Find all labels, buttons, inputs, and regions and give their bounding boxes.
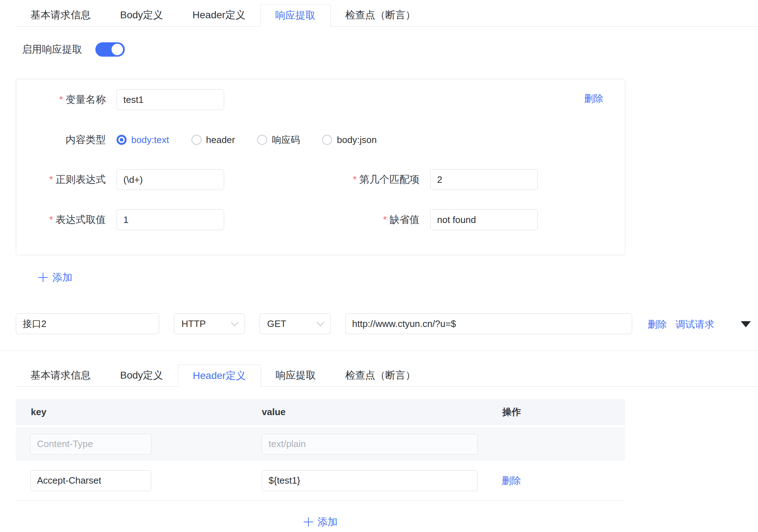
- extract-rule-card: 删除 变量名称 内容类型 body:text header 响应码: [16, 79, 625, 255]
- tab-checkpoint-assert[interactable]: 检查点（断言）: [331, 4, 430, 26]
- radio-unselected-icon: [191, 135, 202, 145]
- api-name-input[interactable]: [16, 313, 159, 334]
- plus-icon: [38, 273, 48, 282]
- radio-header[interactable]: header: [191, 134, 235, 146]
- column-value: value: [255, 407, 494, 418]
- plus-icon: [304, 517, 313, 527]
- tab-basic-info[interactable]: 基本请求信息: [16, 365, 105, 386]
- header-value-input[interactable]: [262, 470, 478, 491]
- tab-body-definition[interactable]: Body定义: [105, 365, 178, 386]
- header-table: key value 操作 删除: [16, 399, 625, 501]
- header-key-input-disabled: [30, 434, 151, 455]
- expression-value-label: 表达式取值: [16, 213, 106, 227]
- content-type-label: 内容类型: [16, 133, 106, 147]
- tab-body-definition[interactable]: Body定义: [105, 4, 178, 26]
- radio-body-json[interactable]: body:json: [322, 134, 376, 146]
- radio-unselected-icon: [322, 135, 332, 145]
- tab-basic-info[interactable]: 基本请求信息: [16, 4, 105, 26]
- tab-checkpoint-assert[interactable]: 检查点（断言）: [331, 365, 430, 386]
- collapse-arrow-icon[interactable]: [741, 321, 751, 327]
- variable-name-row: 变量名称: [16, 89, 224, 110]
- expression-value-input[interactable]: [117, 209, 224, 230]
- header-value-input-disabled: [262, 434, 478, 455]
- toggle-knob-icon: [112, 44, 123, 55]
- api-url-input[interactable]: [345, 313, 632, 334]
- header-table-head: key value 操作: [16, 399, 625, 425]
- protocol-select[interactable]: HTTP: [174, 313, 245, 334]
- header-key-input[interactable]: [30, 470, 151, 491]
- radio-unselected-icon: [257, 135, 267, 145]
- radio-response-code[interactable]: 响应码: [257, 134, 300, 146]
- radio-body-text[interactable]: body:text: [117, 134, 169, 146]
- add-extract-rule-button[interactable]: 添加: [38, 271, 72, 284]
- tab-response-extract[interactable]: 响应提取: [260, 4, 331, 26]
- api-delete-link[interactable]: 删除: [648, 318, 667, 331]
- default-value-label: 缺省值: [224, 213, 420, 227]
- chevron-down-icon: [231, 318, 238, 326]
- regex-input[interactable]: [117, 169, 224, 190]
- extract-rule-delete-link[interactable]: 删除: [584, 92, 603, 105]
- match-index-input[interactable]: [430, 169, 538, 190]
- regex-label: 正则表达式: [16, 173, 106, 186]
- api-debug-link[interactable]: 调试请求: [676, 318, 714, 331]
- content-type-row: 内容类型 body:text header 响应码 body:json: [16, 129, 399, 151]
- request-tabs-bottom: 基本请求信息 Body定义 Header定义 响应提取 检查点（断言）: [16, 365, 758, 387]
- table-row: 删除: [16, 461, 625, 501]
- api-request-row: HTTP GET 删除 调试请求: [0, 313, 758, 335]
- request-tabs-top: 基本请求信息 Body定义 Header定义 响应提取 检查点（断言）: [16, 4, 758, 27]
- variable-name-label: 变量名称: [16, 93, 106, 106]
- enable-extract-label: 启用响应提取: [22, 43, 82, 56]
- chevron-down-icon: [317, 318, 324, 326]
- add-header-row-button[interactable]: 添加: [304, 515, 338, 529]
- content-type-radio-group: body:text header 响应码 body:json: [117, 134, 399, 146]
- tab-header-definition[interactable]: Header定义: [178, 365, 261, 386]
- table-row: [16, 425, 625, 461]
- tab-response-extract[interactable]: 响应提取: [261, 365, 331, 386]
- api-test-config-page: 基本请求信息 Body定义 Header定义 响应提取 检查点（断言） 启用响应…: [0, 0, 758, 532]
- column-key: key: [16, 407, 255, 418]
- radio-selected-icon: [117, 135, 127, 145]
- regex-row: 正则表达式 第几个匹配项: [16, 169, 538, 190]
- variable-name-input[interactable]: [117, 89, 224, 110]
- method-select[interactable]: GET: [260, 313, 331, 334]
- column-action: 操作: [494, 406, 625, 418]
- match-index-label: 第几个匹配项: [224, 173, 420, 186]
- tab-header-definition[interactable]: Header定义: [178, 4, 260, 26]
- enable-extract-toggle[interactable]: [95, 42, 125, 57]
- expression-value-row: 表达式取值 缺省值: [16, 209, 538, 231]
- header-row-delete-link[interactable]: 删除: [502, 475, 521, 486]
- section-divider: [0, 351, 758, 351]
- enable-extract-row: 启用响应提取: [22, 42, 125, 57]
- default-value-input[interactable]: [430, 209, 538, 230]
